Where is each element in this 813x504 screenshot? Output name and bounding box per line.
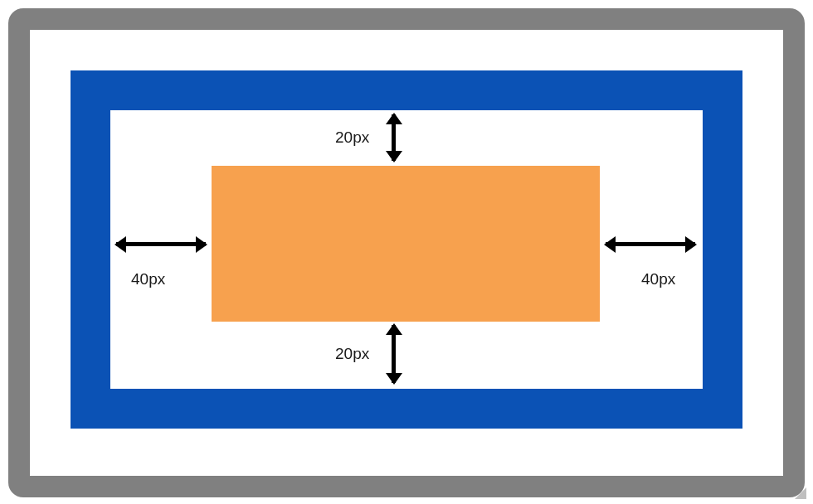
resize-corner-icon [795, 487, 806, 499]
label-top: 20px [335, 128, 369, 147]
arrow-top [392, 114, 396, 161]
label-left: 40px [131, 270, 165, 288]
orange-inner-rect [212, 166, 600, 322]
label-right: 40px [641, 270, 675, 288]
arrow-left [116, 242, 206, 246]
label-bottom: 20px [335, 345, 369, 363]
arrow-bottom [392, 325, 396, 383]
arrow-right [606, 242, 695, 246]
